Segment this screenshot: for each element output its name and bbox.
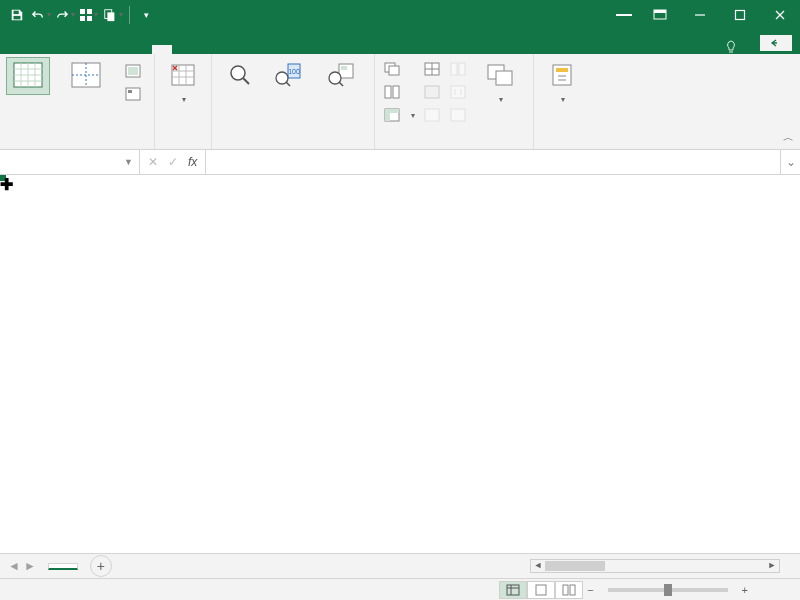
formula-input[interactable]: [212, 155, 774, 169]
tab-view[interactable]: [152, 45, 172, 54]
sheet-tab-sheet1[interactable]: [48, 563, 78, 570]
split-button[interactable]: [421, 59, 443, 79]
custom-views-button[interactable]: [122, 84, 148, 104]
tab-page-layout[interactable]: [72, 45, 92, 54]
status-normal-view-icon[interactable]: [499, 581, 527, 599]
svg-rect-31: [385, 86, 391, 98]
arrange-all-icon: [383, 83, 401, 101]
fill-handle[interactable]: [0, 175, 6, 181]
redo-icon[interactable]: [54, 4, 76, 26]
tab-home[interactable]: [32, 45, 52, 54]
status-page-break-icon[interactable]: [555, 581, 583, 599]
maximize-button[interactable]: [720, 0, 760, 29]
name-box-dropdown-icon[interactable]: ▼: [124, 157, 133, 167]
page-layout-icon: [124, 62, 142, 80]
custom-views-icon: [124, 85, 142, 103]
zoom-100-icon: 100: [272, 59, 304, 91]
tab-insert[interactable]: [52, 45, 72, 54]
close-button[interactable]: [760, 0, 800, 29]
ribbon-view: 100: [0, 54, 800, 150]
status-page-layout-icon[interactable]: [527, 581, 555, 599]
cell-cursor-icon: ✚: [0, 175, 13, 194]
undo-icon[interactable]: [30, 4, 52, 26]
view-side-by-side-button[interactable]: [447, 59, 469, 79]
enter-formula-icon[interactable]: ✓: [168, 155, 178, 169]
tab-data[interactable]: [112, 45, 132, 54]
zoom-out-button[interactable]: −: [583, 584, 597, 596]
tab-review[interactable]: [132, 45, 152, 54]
svg-rect-43: [451, 86, 465, 98]
freeze-panes-button[interactable]: [381, 105, 417, 125]
side-by-side-icon: [449, 60, 467, 78]
zoom-100-button[interactable]: 100: [266, 57, 310, 95]
zoom-slider[interactable]: [608, 588, 728, 592]
svg-rect-3: [87, 9, 92, 14]
tab-formulas[interactable]: [92, 45, 112, 54]
status-bar: − +: [0, 578, 800, 600]
svg-rect-2: [80, 9, 85, 14]
fx-icon[interactable]: fx: [188, 155, 197, 169]
macros-button[interactable]: [540, 57, 584, 106]
hide-icon: [423, 83, 441, 101]
svg-rect-16: [126, 88, 140, 100]
ribbon-display-options-icon[interactable]: [640, 0, 680, 29]
svg-rect-41: [451, 63, 457, 75]
sheet-nav-prev-icon[interactable]: ◄: [8, 559, 20, 573]
svg-line-24: [286, 82, 290, 86]
svg-rect-50: [536, 585, 546, 595]
name-box-input[interactable]: [6, 155, 106, 169]
name-box[interactable]: ▼: [0, 150, 140, 174]
qat-grid-icon[interactable]: [78, 4, 100, 26]
tab-power-pivot[interactable]: [192, 45, 212, 54]
hscroll-thumb[interactable]: [545, 561, 605, 571]
svg-rect-9: [654, 10, 666, 13]
formula-bar: ▼ ✕ ✓ fx ⌄: [0, 150, 800, 175]
svg-rect-4: [80, 16, 85, 21]
freeze-panes-icon: [383, 106, 401, 124]
svg-rect-52: [570, 585, 575, 595]
tell-me-search[interactable]: [716, 40, 752, 54]
macros-icon: [546, 59, 578, 91]
hscroll-left-icon[interactable]: ◄: [531, 560, 545, 572]
collapse-ribbon-icon[interactable]: ︿: [783, 130, 794, 145]
normal-view-icon: [12, 59, 44, 91]
qat-customize-icon[interactable]: ▾: [135, 4, 157, 26]
tab-file[interactable]: [4, 45, 32, 54]
svg-rect-48: [556, 68, 568, 72]
qat-copy-icon[interactable]: [102, 4, 124, 26]
horizontal-scrollbar[interactable]: ◄ ►: [530, 559, 780, 573]
reset-position-button[interactable]: [447, 105, 469, 125]
save-icon[interactable]: [6, 4, 28, 26]
sheet-nav-next-icon[interactable]: ►: [24, 559, 36, 573]
new-sheet-button[interactable]: +: [90, 555, 112, 577]
arrange-all-button[interactable]: [381, 82, 417, 102]
zoom-button[interactable]: [218, 57, 262, 95]
minimize-button[interactable]: [680, 0, 720, 29]
page-layout-button[interactable]: [122, 61, 148, 81]
normal-view-button[interactable]: [6, 57, 50, 95]
quick-access-toolbar: ▾: [0, 4, 163, 26]
page-break-icon: [70, 59, 102, 91]
zoom-sel-icon: [325, 59, 357, 91]
spreadsheet-grid[interactable]: ✚: [0, 175, 800, 553]
tab-help[interactable]: [172, 45, 192, 54]
zoom-in-button[interactable]: +: [738, 584, 752, 596]
hscroll-right-icon[interactable]: ►: [765, 560, 779, 572]
sign-in-button[interactable]: [616, 14, 632, 16]
switch-windows-button[interactable]: [473, 57, 527, 106]
svg-rect-11: [736, 10, 745, 19]
sync-scroll-button[interactable]: [447, 82, 469, 102]
zoom-to-selection-button[interactable]: [314, 57, 368, 95]
unhide-button[interactable]: [421, 105, 443, 125]
zoom-slider-knob[interactable]: [664, 584, 672, 596]
svg-rect-0: [14, 10, 19, 14]
cancel-formula-icon[interactable]: ✕: [148, 155, 158, 169]
share-button[interactable]: [760, 35, 792, 51]
show-button[interactable]: [161, 57, 205, 106]
page-break-preview-button[interactable]: [54, 57, 118, 95]
expand-formula-bar-icon[interactable]: ⌄: [780, 150, 800, 174]
svg-line-20: [243, 78, 249, 84]
hide-button[interactable]: [421, 82, 443, 102]
new-window-button[interactable]: [381, 59, 417, 79]
new-window-icon: [383, 60, 401, 78]
